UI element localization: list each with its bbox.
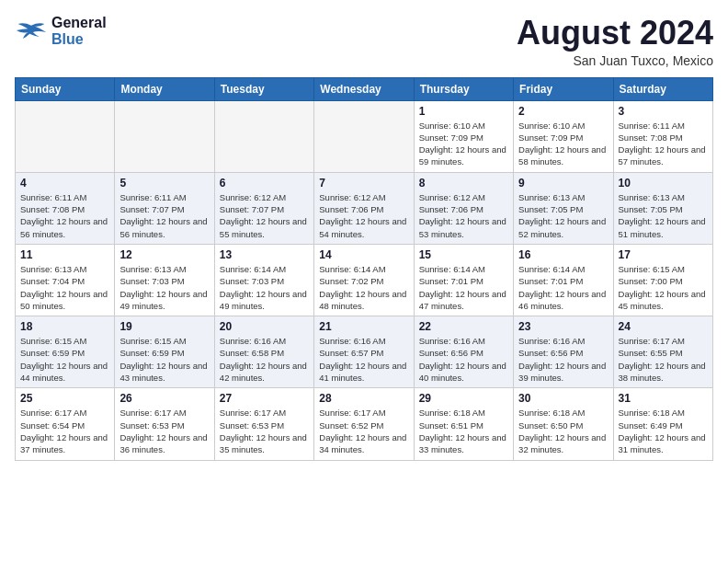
day-number: 24: [619, 320, 708, 333]
day-number: 1: [419, 105, 508, 118]
day-number: 9: [518, 177, 608, 190]
logo: General Blue: [15, 15, 107, 47]
day-number: 19: [119, 320, 209, 333]
weekday-header-wednesday: Wednesday: [314, 77, 414, 100]
calendar-cell: 7Sunrise: 6:12 AMSunset: 7:06 PMDaylight…: [314, 172, 414, 244]
day-number: 25: [20, 392, 109, 405]
weekday-header-thursday: Thursday: [414, 77, 513, 100]
calendar-cell: 19Sunrise: 6:15 AMSunset: 6:59 PMDayligh…: [115, 316, 214, 388]
day-info: Sunrise: 6:13 AMSunset: 7:05 PMDaylight:…: [518, 191, 608, 240]
calendar-cell: 22Sunrise: 6:16 AMSunset: 6:56 PMDayligh…: [414, 316, 513, 388]
calendar-table: SundayMondayTuesdayWednesdayThursdayFrid…: [15, 77, 713, 461]
calendar-cell: 29Sunrise: 6:18 AMSunset: 6:51 PMDayligh…: [414, 388, 513, 460]
day-number: 4: [20, 177, 109, 190]
calendar-week-row: 11Sunrise: 6:13 AMSunset: 7:04 PMDayligh…: [16, 244, 713, 316]
day-info: Sunrise: 6:14 AMSunset: 7:03 PMDaylight:…: [220, 263, 309, 312]
page-header: General Blue August 2024 San Juan Tuxco,…: [15, 15, 713, 68]
day-number: 12: [119, 248, 209, 261]
day-info: Sunrise: 6:10 AMSunset: 7:09 PMDaylight:…: [419, 120, 508, 168]
day-number: 17: [619, 248, 708, 261]
calendar-week-row: 4Sunrise: 6:11 AMSunset: 7:08 PMDaylight…: [16, 172, 713, 244]
day-info: Sunrise: 6:16 AMSunset: 6:56 PMDaylight:…: [518, 335, 608, 384]
day-info: Sunrise: 6:13 AMSunset: 7:03 PMDaylight:…: [119, 263, 209, 312]
day-info: Sunrise: 6:12 AMSunset: 7:06 PMDaylight:…: [319, 191, 408, 240]
day-info: Sunrise: 6:14 AMSunset: 7:01 PMDaylight:…: [518, 263, 608, 312]
calendar-cell: 14Sunrise: 6:14 AMSunset: 7:02 PMDayligh…: [314, 244, 414, 316]
calendar-cell: 25Sunrise: 6:17 AMSunset: 6:54 PMDayligh…: [16, 388, 115, 460]
day-info: Sunrise: 6:14 AMSunset: 7:01 PMDaylight:…: [419, 263, 508, 312]
day-info: Sunrise: 6:17 AMSunset: 6:53 PMDaylight:…: [119, 407, 209, 455]
day-info: Sunrise: 6:18 AMSunset: 6:49 PMDaylight:…: [619, 407, 708, 455]
day-info: Sunrise: 6:15 AMSunset: 6:59 PMDaylight:…: [20, 335, 109, 384]
day-number: 8: [419, 177, 508, 190]
day-number: 26: [119, 392, 209, 405]
day-number: 6: [220, 177, 309, 190]
day-info: Sunrise: 6:14 AMSunset: 7:02 PMDaylight:…: [319, 263, 408, 312]
logo-blue: Blue: [51, 31, 107, 48]
day-info: Sunrise: 6:12 AMSunset: 7:06 PMDaylight:…: [419, 191, 508, 240]
calendar-cell: [16, 100, 115, 172]
day-number: 27: [220, 392, 309, 405]
day-info: Sunrise: 6:10 AMSunset: 7:09 PMDaylight:…: [518, 120, 608, 168]
calendar-week-row: 25Sunrise: 6:17 AMSunset: 6:54 PMDayligh…: [16, 388, 713, 460]
day-info: Sunrise: 6:11 AMSunset: 7:08 PMDaylight:…: [619, 120, 708, 168]
day-number: 14: [319, 248, 408, 261]
calendar-cell: 3Sunrise: 6:11 AMSunset: 7:08 PMDaylight…: [613, 100, 712, 172]
day-info: Sunrise: 6:17 AMSunset: 6:52 PMDaylight:…: [319, 407, 408, 455]
calendar-cell: 24Sunrise: 6:17 AMSunset: 6:55 PMDayligh…: [613, 316, 712, 388]
logo-general: General: [51, 15, 107, 31]
day-info: Sunrise: 6:11 AMSunset: 7:07 PMDaylight:…: [119, 191, 209, 240]
calendar-week-row: 1Sunrise: 6:10 AMSunset: 7:09 PMDaylight…: [16, 100, 713, 172]
day-number: 5: [119, 177, 209, 190]
day-info: Sunrise: 6:11 AMSunset: 7:08 PMDaylight:…: [20, 191, 109, 240]
day-number: 31: [619, 392, 708, 405]
day-number: 21: [319, 320, 408, 333]
calendar-cell: 28Sunrise: 6:17 AMSunset: 6:52 PMDayligh…: [314, 388, 414, 460]
calendar-cell: 1Sunrise: 6:10 AMSunset: 7:09 PMDaylight…: [414, 100, 513, 172]
calendar-cell: 10Sunrise: 6:13 AMSunset: 7:05 PMDayligh…: [613, 172, 712, 244]
day-number: 28: [319, 392, 408, 405]
calendar-cell: 27Sunrise: 6:17 AMSunset: 6:53 PMDayligh…: [214, 388, 313, 460]
calendar-cell: [115, 100, 214, 172]
calendar-cell: 20Sunrise: 6:16 AMSunset: 6:58 PMDayligh…: [214, 316, 313, 388]
calendar-cell: 5Sunrise: 6:11 AMSunset: 7:07 PMDaylight…: [115, 172, 214, 244]
calendar-cell: 17Sunrise: 6:15 AMSunset: 7:00 PMDayligh…: [613, 244, 712, 316]
title-area: August 2024 San Juan Tuxco, Mexico: [517, 15, 713, 68]
day-number: 15: [419, 248, 508, 261]
weekday-header-monday: Monday: [115, 77, 214, 100]
calendar-cell: 30Sunrise: 6:18 AMSunset: 6:50 PMDayligh…: [514, 388, 613, 460]
weekday-header-tuesday: Tuesday: [214, 77, 313, 100]
weekday-header-friday: Friday: [514, 77, 613, 100]
day-info: Sunrise: 6:18 AMSunset: 6:51 PMDaylight:…: [419, 407, 508, 455]
calendar-cell: 8Sunrise: 6:12 AMSunset: 7:06 PMDaylight…: [414, 172, 513, 244]
day-number: 11: [20, 248, 109, 261]
calendar-cell: 21Sunrise: 6:16 AMSunset: 6:57 PMDayligh…: [314, 316, 414, 388]
day-info: Sunrise: 6:16 AMSunset: 6:57 PMDaylight:…: [319, 335, 408, 384]
day-number: 16: [518, 248, 608, 261]
day-number: 30: [518, 392, 608, 405]
calendar-cell: [214, 100, 313, 172]
calendar-cell: 6Sunrise: 6:12 AMSunset: 7:07 PMDaylight…: [214, 172, 313, 244]
day-info: Sunrise: 6:17 AMSunset: 6:53 PMDaylight:…: [220, 407, 309, 455]
calendar-cell: 13Sunrise: 6:14 AMSunset: 7:03 PMDayligh…: [214, 244, 313, 316]
month-year-title: August 2024: [517, 15, 713, 52]
day-number: 23: [518, 320, 608, 333]
calendar-cell: 16Sunrise: 6:14 AMSunset: 7:01 PMDayligh…: [514, 244, 613, 316]
day-info: Sunrise: 6:16 AMSunset: 6:58 PMDaylight:…: [220, 335, 309, 384]
calendar-week-row: 18Sunrise: 6:15 AMSunset: 6:59 PMDayligh…: [16, 316, 713, 388]
day-info: Sunrise: 6:13 AMSunset: 7:04 PMDaylight:…: [20, 263, 109, 312]
day-info: Sunrise: 6:17 AMSunset: 6:55 PMDaylight:…: [619, 335, 708, 384]
calendar-cell: 26Sunrise: 6:17 AMSunset: 6:53 PMDayligh…: [115, 388, 214, 460]
weekday-header-saturday: Saturday: [613, 77, 712, 100]
calendar-cell: [314, 100, 414, 172]
day-number: 20: [220, 320, 309, 333]
day-info: Sunrise: 6:12 AMSunset: 7:07 PMDaylight:…: [220, 191, 309, 240]
calendar-cell: 23Sunrise: 6:16 AMSunset: 6:56 PMDayligh…: [514, 316, 613, 388]
day-number: 29: [419, 392, 508, 405]
day-number: 10: [619, 177, 708, 190]
calendar-cell: 4Sunrise: 6:11 AMSunset: 7:08 PMDaylight…: [16, 172, 115, 244]
day-number: 18: [20, 320, 109, 333]
day-info: Sunrise: 6:16 AMSunset: 6:56 PMDaylight:…: [419, 335, 508, 384]
day-number: 3: [619, 105, 708, 118]
calendar-cell: 18Sunrise: 6:15 AMSunset: 6:59 PMDayligh…: [16, 316, 115, 388]
